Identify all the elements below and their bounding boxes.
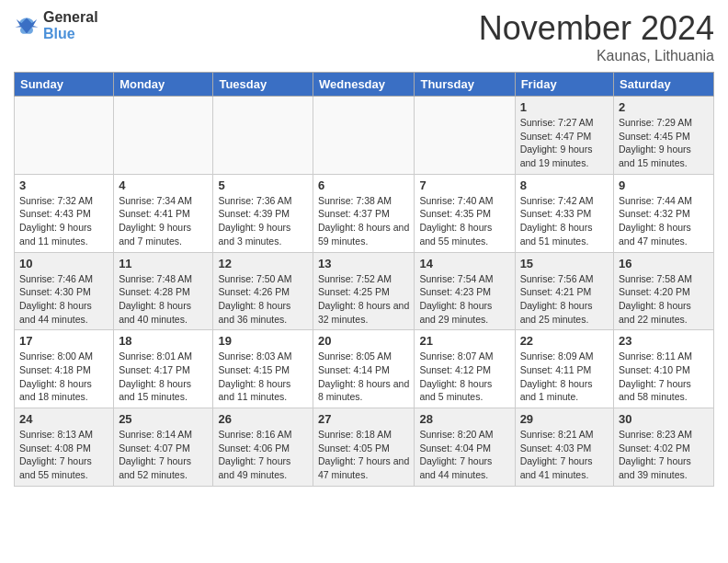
day-info: Sunrise: 7:44 AM Sunset: 4:32 PM Dayligh… [619, 194, 709, 248]
calendar-week-row: 17Sunrise: 8:00 AM Sunset: 4:18 PM Dayli… [15, 330, 714, 408]
day-number: 13 [318, 257, 409, 270]
table-row: 29Sunrise: 8:21 AM Sunset: 4:03 PM Dayli… [515, 408, 613, 487]
table-row: 24Sunrise: 8:13 AM Sunset: 4:08 PM Dayli… [15, 408, 114, 487]
page-header: General Blue November 2024 Kaunas, Lithu… [14, 9, 714, 64]
day-info: Sunrise: 7:48 AM Sunset: 4:28 PM Dayligh… [119, 272, 208, 327]
day-info: Sunrise: 8:18 AM Sunset: 4:05 PM Dayligh… [318, 428, 409, 482]
day-info: Sunrise: 8:21 AM Sunset: 4:03 PM Dayligh… [520, 428, 609, 482]
day-info: Sunrise: 7:29 AM Sunset: 4:45 PM Dayligh… [619, 116, 709, 170]
day-info: Sunrise: 8:03 AM Sunset: 4:15 PM Dayligh… [218, 350, 308, 404]
table-row: 28Sunrise: 8:20 AM Sunset: 4:04 PM Dayli… [415, 408, 515, 487]
day-info: Sunrise: 8:20 AM Sunset: 4:04 PM Dayligh… [419, 428, 509, 482]
calendar-header-friday: Friday [515, 73, 613, 97]
calendar-week-row: 10Sunrise: 7:46 AM Sunset: 4:30 PM Dayli… [15, 252, 714, 330]
day-info: Sunrise: 7:38 AM Sunset: 4:37 PM Dayligh… [318, 194, 409, 248]
day-info: Sunrise: 8:16 AM Sunset: 4:06 PM Dayligh… [218, 428, 308, 482]
page-container: General Blue November 2024 Kaunas, Lithu… [0, 0, 728, 496]
calendar-header-thursday: Thursday [415, 73, 515, 97]
day-number: 30 [619, 412, 709, 426]
calendar-week-row: 24Sunrise: 8:13 AM Sunset: 4:08 PM Dayli… [15, 408, 714, 487]
table-row: 12Sunrise: 7:50 AM Sunset: 4:26 PM Dayli… [213, 252, 313, 330]
calendar-header-tuesday: Tuesday [213, 73, 313, 97]
day-number: 26 [218, 412, 308, 426]
day-info: Sunrise: 8:14 AM Sunset: 4:07 PM Dayligh… [119, 428, 208, 482]
day-number: 15 [520, 257, 609, 270]
day-number: 7 [419, 178, 509, 192]
month-title: November 2024 [479, 9, 714, 48]
day-info: Sunrise: 8:23 AM Sunset: 4:02 PM Dayligh… [619, 428, 709, 482]
calendar-week-row: 1Sunrise: 7:27 AM Sunset: 4:47 PM Daylig… [15, 97, 714, 175]
day-info: Sunrise: 7:50 AM Sunset: 4:26 PM Dayligh… [218, 272, 308, 327]
logo-general: General [43, 9, 98, 26]
day-info: Sunrise: 7:42 AM Sunset: 4:33 PM Dayligh… [520, 194, 609, 248]
table-row [114, 97, 213, 175]
table-row: 9Sunrise: 7:44 AM Sunset: 4:32 PM Daylig… [614, 174, 714, 252]
day-number: 8 [520, 178, 609, 192]
table-row: 1Sunrise: 7:27 AM Sunset: 4:47 PM Daylig… [515, 97, 613, 175]
logo: General Blue [14, 9, 98, 41]
day-info: Sunrise: 7:40 AM Sunset: 4:35 PM Dayligh… [419, 194, 509, 248]
logo-text: General Blue [43, 9, 98, 41]
table-row: 5Sunrise: 7:36 AM Sunset: 4:39 PM Daylig… [213, 174, 313, 252]
day-number: 23 [619, 334, 709, 348]
calendar-header-saturday: Saturday [614, 73, 714, 97]
day-number: 9 [619, 178, 709, 192]
table-row: 16Sunrise: 7:58 AM Sunset: 4:20 PM Dayli… [614, 252, 714, 330]
calendar-week-row: 3Sunrise: 7:32 AM Sunset: 4:43 PM Daylig… [15, 174, 714, 252]
day-info: Sunrise: 8:13 AM Sunset: 4:08 PM Dayligh… [19, 428, 108, 482]
table-row: 10Sunrise: 7:46 AM Sunset: 4:30 PM Dayli… [15, 252, 114, 330]
day-info: Sunrise: 8:07 AM Sunset: 4:12 PM Dayligh… [419, 350, 509, 404]
day-number: 14 [419, 257, 509, 270]
day-number: 25 [119, 412, 208, 426]
day-info: Sunrise: 8:09 AM Sunset: 4:11 PM Dayligh… [520, 350, 609, 404]
day-info: Sunrise: 8:00 AM Sunset: 4:18 PM Dayligh… [19, 350, 108, 404]
table-row: 17Sunrise: 8:00 AM Sunset: 4:18 PM Dayli… [15, 330, 114, 408]
table-row: 15Sunrise: 7:56 AM Sunset: 4:21 PM Dayli… [515, 252, 613, 330]
table-row: 30Sunrise: 8:23 AM Sunset: 4:02 PM Dayli… [614, 408, 714, 487]
table-row: 25Sunrise: 8:14 AM Sunset: 4:07 PM Dayli… [114, 408, 213, 487]
table-row: 8Sunrise: 7:42 AM Sunset: 4:33 PM Daylig… [515, 174, 613, 252]
day-number: 21 [419, 334, 509, 348]
table-row: 4Sunrise: 7:34 AM Sunset: 4:41 PM Daylig… [114, 174, 213, 252]
day-number: 28 [419, 412, 509, 426]
day-number: 16 [619, 257, 709, 270]
day-number: 27 [318, 412, 409, 426]
calendar-header-wednesday: Wednesday [313, 73, 415, 97]
day-info: Sunrise: 7:34 AM Sunset: 4:41 PM Dayligh… [119, 194, 208, 248]
day-info: Sunrise: 7:32 AM Sunset: 4:43 PM Dayligh… [19, 194, 108, 248]
table-row: 26Sunrise: 8:16 AM Sunset: 4:06 PM Dayli… [213, 408, 313, 487]
table-row: 22Sunrise: 8:09 AM Sunset: 4:11 PM Dayli… [515, 330, 613, 408]
day-number: 11 [119, 257, 208, 270]
calendar-header-monday: Monday [114, 73, 213, 97]
location: Kaunas, Lithuania [479, 48, 714, 64]
table-row: 3Sunrise: 7:32 AM Sunset: 4:43 PM Daylig… [15, 174, 114, 252]
table-row: 13Sunrise: 7:52 AM Sunset: 4:25 PM Dayli… [313, 252, 415, 330]
table-row [415, 97, 515, 175]
day-number: 17 [19, 334, 108, 348]
day-number: 3 [19, 178, 108, 192]
table-row: 14Sunrise: 7:54 AM Sunset: 4:23 PM Dayli… [415, 252, 515, 330]
day-number: 4 [119, 178, 208, 192]
day-number: 12 [218, 257, 308, 270]
calendar-header-row: SundayMondayTuesdayWednesdayThursdayFrid… [15, 73, 714, 97]
table-row: 23Sunrise: 8:11 AM Sunset: 4:10 PM Dayli… [614, 330, 714, 408]
table-row: 11Sunrise: 7:48 AM Sunset: 4:28 PM Dayli… [114, 252, 213, 330]
day-info: Sunrise: 7:36 AM Sunset: 4:39 PM Dayligh… [218, 194, 308, 248]
table-row: 2Sunrise: 7:29 AM Sunset: 4:45 PM Daylig… [614, 97, 714, 175]
calendar-header-sunday: Sunday [15, 73, 114, 97]
title-block: November 2024 Kaunas, Lithuania [479, 9, 714, 64]
day-number: 29 [520, 412, 609, 426]
logo-icon [14, 13, 40, 39]
day-info: Sunrise: 8:11 AM Sunset: 4:10 PM Dayligh… [619, 350, 709, 404]
table-row: 7Sunrise: 7:40 AM Sunset: 4:35 PM Daylig… [415, 174, 515, 252]
day-number: 5 [218, 178, 308, 192]
day-info: Sunrise: 7:54 AM Sunset: 4:23 PM Dayligh… [419, 272, 509, 327]
day-number: 20 [318, 334, 409, 348]
day-number: 1 [520, 100, 609, 114]
day-number: 19 [218, 334, 308, 348]
table-row [213, 97, 313, 175]
table-row: 21Sunrise: 8:07 AM Sunset: 4:12 PM Dayli… [415, 330, 515, 408]
day-info: Sunrise: 8:05 AM Sunset: 4:14 PM Dayligh… [318, 350, 409, 404]
table-row: 18Sunrise: 8:01 AM Sunset: 4:17 PM Dayli… [114, 330, 213, 408]
day-info: Sunrise: 7:52 AM Sunset: 4:25 PM Dayligh… [318, 272, 409, 327]
